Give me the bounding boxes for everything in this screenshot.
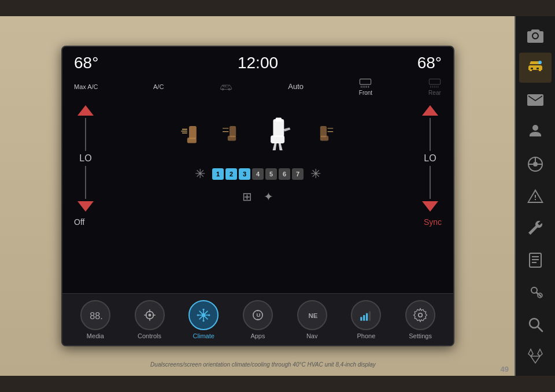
svg-rect-37 xyxy=(276,117,282,121)
fan-right-icon[interactable]: ✳ xyxy=(310,167,321,182)
left-lo-label: LO xyxy=(79,153,91,164)
sync-button[interactable]: Sync xyxy=(424,217,442,227)
right-temp-control: LO xyxy=(413,101,447,216)
right-sidebar: i xyxy=(516,16,555,376)
media-icon-wrap: 88.7 xyxy=(80,300,110,330)
sidebar-item-list[interactable] xyxy=(519,245,552,275)
svg-rect-41 xyxy=(320,136,328,141)
left-temp: 68° xyxy=(74,54,98,72)
fan-seg-5[interactable]: 5 xyxy=(265,168,277,180)
svg-point-52 xyxy=(197,314,199,316)
right-temp-line xyxy=(430,118,431,151)
phone-label: Phone xyxy=(357,332,375,339)
caption-text: Dualscreens/screen orientation climate/c… xyxy=(150,361,376,368)
nav-climate[interactable]: Climate xyxy=(183,300,224,339)
sidebar-item-messages[interactable] xyxy=(519,85,552,114)
svg-rect-34 xyxy=(230,126,236,137)
fan-seg-1[interactable]: 1 xyxy=(212,168,224,180)
right-temp-up[interactable] xyxy=(422,105,438,116)
nav-phone[interactable]: Phone xyxy=(346,300,386,339)
fan-seg-6[interactable]: 6 xyxy=(279,168,290,180)
top-bar xyxy=(0,0,555,16)
nav-media[interactable]: 88.7 Media xyxy=(75,300,116,339)
fan-speed-bar: 1 2 3 4 5 6 7 xyxy=(212,168,304,180)
ac-label: A/C xyxy=(153,83,164,90)
svg-rect-32 xyxy=(189,126,197,139)
left-temp-control: LO xyxy=(68,101,103,216)
nav-apps[interactable]: U Apps xyxy=(238,300,278,339)
sidebar-item-tools[interactable] xyxy=(519,342,552,371)
off-button[interactable]: Off xyxy=(74,217,84,227)
svg-point-51 xyxy=(203,320,205,321)
sidebar-item-steering[interactable] xyxy=(519,149,552,179)
climate-label: Climate xyxy=(193,332,214,339)
svg-rect-57 xyxy=(361,317,362,321)
sidebar-item-service[interactable] xyxy=(519,213,552,243)
climate-controls-row: Max A/C A/C Auto xyxy=(62,76,453,101)
rear-left-seat[interactable] xyxy=(217,122,246,151)
controls-label: Controls xyxy=(138,332,161,339)
sidebar-item-camera[interactable] xyxy=(519,21,552,50)
caption-area: Dualscreens/screen orientation climate/c… xyxy=(17,358,509,369)
fan-seg-4[interactable]: 4 xyxy=(252,168,264,180)
right-temp-down[interactable] xyxy=(422,201,438,212)
sidebar-item-car-info[interactable]: i xyxy=(519,53,552,82)
right-lo-label: LO xyxy=(424,153,436,164)
svg-rect-59 xyxy=(366,313,368,320)
nav-icon-wrap: NE xyxy=(297,300,327,330)
apps-icon-wrap: U xyxy=(243,300,273,330)
sidebar-item-person[interactable] xyxy=(519,117,552,146)
sidebar-item-gear-search[interactable] xyxy=(519,278,552,307)
front-left-seat[interactable] xyxy=(177,122,206,151)
screen-header: 68° 12:00 68° xyxy=(62,47,453,76)
nav-icon: NE xyxy=(305,308,320,323)
sidebar-item-warning[interactable] xyxy=(519,181,552,210)
main-content: 68° 12:00 68° Max A/C A/C xyxy=(0,16,516,376)
seat-vent-icon[interactable]: ✦ xyxy=(264,190,273,204)
settings-label: Settings xyxy=(409,332,432,339)
svg-point-53 xyxy=(208,314,210,316)
ac-button[interactable]: A/C xyxy=(153,83,164,90)
nav-controls[interactable]: Controls xyxy=(130,300,170,339)
right-temp-line-2 xyxy=(430,166,431,199)
passenger-seat-row xyxy=(177,113,339,160)
left-temp-down[interactable] xyxy=(77,201,94,212)
car-outline-button[interactable] xyxy=(219,81,233,93)
settings-icon-wrap xyxy=(405,300,435,330)
max-ac-label: Max A/C xyxy=(74,83,98,90)
svg-text:i: i xyxy=(539,61,540,64)
seat-heat-icon[interactable]: ⊞ xyxy=(242,190,252,204)
nav-label: Nav xyxy=(306,332,318,339)
rear-label: Rear xyxy=(428,90,441,96)
seat-heat-icons: ⊞ ✦ xyxy=(242,190,273,204)
climate-icon-wrap xyxy=(188,300,219,330)
fan-left-icon[interactable]: ✳ xyxy=(195,167,205,182)
left-temp-line-2 xyxy=(85,166,86,199)
controls-icon-wrap xyxy=(135,300,165,330)
climate-icon xyxy=(196,308,211,323)
fan-seg-3[interactable]: 3 xyxy=(239,168,250,180)
clock-display: 12:00 xyxy=(238,54,278,72)
svg-rect-33 xyxy=(187,138,197,143)
speaker-icon: 88.7 xyxy=(88,308,103,323)
fan-seg-7[interactable]: 7 xyxy=(292,168,304,180)
front-defrost-button[interactable]: Front xyxy=(358,77,372,96)
front-label: Front xyxy=(359,90,372,96)
nav-settings[interactable]: Settings xyxy=(400,300,441,339)
apps-label: Apps xyxy=(250,332,265,339)
nav-navigation[interactable]: NE Nav xyxy=(292,300,332,339)
rear-right-seat[interactable] xyxy=(310,122,339,151)
left-temp-up[interactable] xyxy=(77,105,94,116)
auto-button[interactable]: Auto xyxy=(288,82,304,91)
svg-rect-35 xyxy=(228,136,236,141)
left-temp-line xyxy=(85,118,86,151)
driver-seat[interactable] xyxy=(258,113,298,160)
svg-rect-38 xyxy=(271,135,284,143)
sidebar-item-search[interactable] xyxy=(519,309,552,339)
right-temp: 68° xyxy=(417,54,442,72)
max-ac-button[interactable]: Max A/C xyxy=(74,83,98,90)
svg-point-0 xyxy=(539,32,541,34)
fan-seg-2[interactable]: 2 xyxy=(225,168,237,180)
rear-defrost-button[interactable]: Rear xyxy=(428,77,442,96)
svg-point-50 xyxy=(203,308,205,310)
